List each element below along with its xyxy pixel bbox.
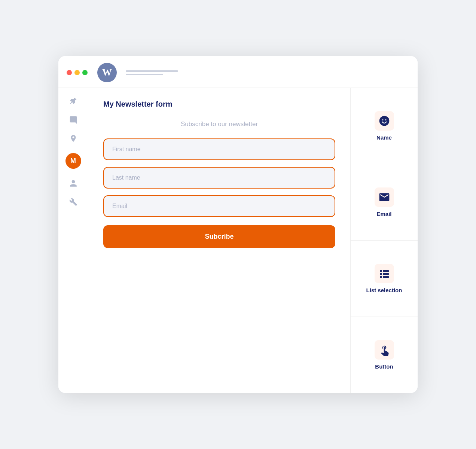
name-label: Name xyxy=(376,134,392,141)
svg-rect-3 xyxy=(380,270,382,272)
address-line-1 xyxy=(126,70,178,72)
email-item[interactable]: Email xyxy=(351,164,418,241)
last-name-input[interactable] xyxy=(103,167,335,189)
address-line-2 xyxy=(126,74,163,75)
form-title: My Newsletter form xyxy=(103,100,335,109)
svg-point-1 xyxy=(382,119,383,120)
wp-logo-text: W xyxy=(102,67,112,78)
right-sidebar: Name Email List selection xyxy=(350,88,418,393)
thumbtack-icon[interactable] xyxy=(69,134,77,143)
left-sidebar: M xyxy=(58,88,88,393)
form-subtitle: Subscribe to our newsletter xyxy=(103,120,335,128)
pin-icon[interactable] xyxy=(69,97,77,105)
svg-point-2 xyxy=(385,119,386,120)
person-icon[interactable] xyxy=(69,179,77,187)
comment-icon[interactable] xyxy=(69,116,77,124)
svg-rect-6 xyxy=(383,273,389,275)
title-bar: W xyxy=(58,56,418,88)
first-name-input[interactable] xyxy=(103,138,335,160)
envelope-icon xyxy=(375,187,394,207)
subscribe-button[interactable]: Subcribe xyxy=(103,225,335,248)
email-input[interactable] xyxy=(103,195,335,217)
browser-body: M My Newsletter form Subscribe to our ne… xyxy=(58,88,418,393)
wordpress-logo: W xyxy=(97,63,117,82)
address-bar xyxy=(126,70,178,75)
traffic-lights xyxy=(67,70,88,75)
svg-rect-8 xyxy=(383,276,389,278)
list-icon xyxy=(375,264,394,283)
svg-rect-5 xyxy=(380,273,382,275)
email-label: Email xyxy=(376,211,391,217)
close-button[interactable] xyxy=(67,70,72,75)
wrench-icon[interactable] xyxy=(69,198,77,206)
list-selection-label: List selection xyxy=(366,287,402,293)
button-label: Button xyxy=(375,363,393,370)
name-item[interactable]: Name xyxy=(351,88,418,164)
minimize-button[interactable] xyxy=(74,70,80,75)
smiley-icon xyxy=(375,111,394,131)
list-selection-item[interactable]: List selection xyxy=(351,241,418,317)
svg-rect-4 xyxy=(383,270,389,272)
button-item[interactable]: Button xyxy=(351,317,418,393)
svg-rect-7 xyxy=(380,276,382,278)
main-content: My Newsletter form Subscribe to our news… xyxy=(88,88,350,393)
user-m-icon[interactable]: M xyxy=(65,153,81,169)
browser-window: W M xyxy=(58,56,418,393)
touch-icon xyxy=(375,340,394,360)
svg-point-0 xyxy=(379,116,389,126)
maximize-button[interactable] xyxy=(82,70,88,75)
